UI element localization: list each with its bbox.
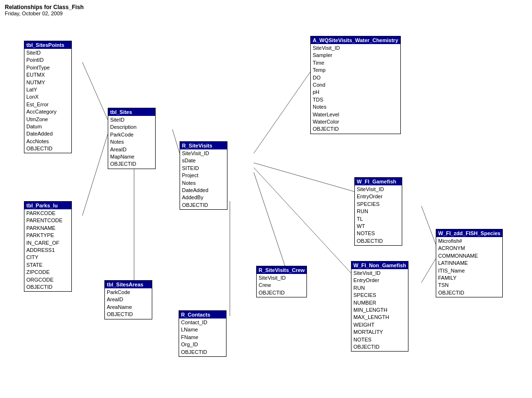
svg-line-6	[254, 168, 351, 273]
table-field: MORTALITY	[353, 329, 406, 336]
table-field: pH	[313, 89, 398, 96]
table-field: NOTES	[353, 336, 406, 343]
table-field: AreaName	[107, 304, 150, 311]
table-field: OBJECTID	[107, 311, 150, 318]
table-field: WEIGHT	[353, 321, 406, 329]
table-field: Notes	[110, 138, 153, 146]
table-header-r-contacts: R_Contacts	[179, 311, 226, 318]
table-field: FAMILY	[438, 274, 500, 282]
page-date: Friday, October 02, 2009	[5, 11, 84, 16]
table-header-r-sitevisits: R_SiteVisits	[180, 142, 227, 149]
table-field: LName	[181, 326, 224, 333]
svg-line-3	[172, 129, 180, 153]
table-field: OBJECTID	[353, 343, 406, 351]
table-field: OBJECTID	[181, 349, 224, 356]
table-field: UtmZone	[26, 116, 69, 123]
table-field: WT	[357, 223, 400, 230]
table-field: NUTMY	[26, 79, 69, 86]
page-header: Relationships for Class_Fish Friday, Oct…	[5, 4, 84, 16]
table-field: NUMBER	[353, 299, 406, 307]
table-field: LonX	[26, 93, 69, 101]
table-header-w-fi-zdd-fish-species: W_FI_zdd_FISH_Species	[436, 229, 502, 237]
svg-line-9	[421, 259, 436, 283]
svg-line-4	[254, 72, 310, 153]
table-field: ParkCode	[107, 289, 150, 296]
table-field: DO	[313, 74, 398, 81]
table-field: Description	[110, 124, 153, 131]
table-field: OBJECTID	[182, 202, 225, 209]
table-field: PARKTYPE	[26, 232, 69, 239]
table-field: WaterColor	[313, 118, 398, 125]
table-body-tbl-parks-lu: PARKCODEPARENTCODEPARKNAMEPARKTYPEIN_CAR…	[24, 209, 71, 291]
table-field: RUN	[357, 208, 400, 215]
table-field: COMMONNAME	[438, 252, 500, 260]
relationship-lines	[0, 0, 532, 398]
table-field: DateAdded	[182, 187, 225, 194]
table-body-r-sitevisits: SiteVisit_IDsDateSITEIDProjectNotesDateA…	[180, 149, 227, 209]
svg-line-5	[254, 163, 354, 192]
table-field: MIN_LENGTH	[353, 307, 406, 314]
table-field: OBJECTID	[438, 289, 500, 296]
table-field: sDate	[182, 157, 225, 164]
table-field: Time	[313, 59, 398, 67]
table-field: STATE	[26, 262, 69, 269]
page-title: Relationships for Class_Fish	[5, 4, 84, 11]
table-field: ZIPCODE	[26, 269, 69, 276]
table-field: NOTES	[357, 230, 400, 237]
table-field: MapName	[110, 153, 153, 160]
table-field: Datum	[26, 123, 69, 130]
table-tbl-parks-lu: tbl_Parks_luPARKCODEPARENTCODEPARKNAMEPA…	[24, 201, 72, 292]
table-field: ParkCode	[110, 131, 153, 138]
table-field: Notes	[182, 180, 225, 187]
table-header-tbl-parks-lu: tbl_Parks_lu	[24, 202, 71, 209]
table-field: SiteID	[26, 49, 69, 57]
svg-line-7	[254, 172, 287, 273]
table-field: Notes	[313, 103, 398, 111]
table-header-r-sitevisits-crew: R_SiteVisits_Crew	[257, 266, 306, 274]
table-field: Org_ID	[181, 341, 224, 348]
table-field: SiteID	[110, 116, 153, 124]
table-field: EntryOrder	[353, 277, 406, 284]
table-field: CITY	[26, 254, 69, 261]
table-body-w-fi-zdd-fish-species: Microfish#ACRONYMCOMMONNAMELATINNAMEITIS…	[436, 237, 502, 297]
table-field: LATINNAME	[438, 260, 500, 267]
table-body-tbl-sitesareas: ParkCodeAreaIDAreaNameOBJECTID	[105, 288, 152, 319]
table-r-sitevisits: R_SiteVisitsSiteVisit_IDsDateSITEIDProje…	[180, 141, 227, 210]
table-field: SiteVisit_ID	[313, 45, 398, 52]
table-field: Temp	[313, 67, 398, 74]
table-header-w-fi-non-gamefish: W_FI_Non_Gamefish	[351, 262, 408, 269]
table-field: Contact_ID	[181, 319, 224, 326]
table-w-fi-zdd-fish-species: W_FI_zdd_FISH_SpeciesMicrofish#ACRONYMCO…	[436, 229, 503, 297]
table-field: Sampler	[313, 52, 398, 59]
table-field: TDS	[313, 96, 398, 103]
table-body-tbl-sitespoints: SiteIDPointIDPointTypeEUTMXNUTMYLatYLonX…	[24, 49, 71, 153]
svg-line-1	[82, 134, 108, 216]
table-field: OBJECTID	[26, 145, 69, 152]
table-field: AddedBy	[182, 194, 225, 201]
table-field: SiteVisit_ID	[357, 186, 400, 193]
table-field: SiteVisit_ID	[182, 150, 225, 157]
table-field: DateAdded	[26, 130, 69, 137]
table-field: EntryOrder	[357, 193, 400, 200]
table-field: PointID	[26, 57, 69, 64]
table-body-w-fi-gamefish: SiteVisit_IDEntryOrderSPECIESRUNTLWTNOTE…	[355, 185, 402, 245]
table-field: LatY	[26, 86, 69, 93]
table-field: SPECIES	[353, 292, 406, 299]
table-body-r-contacts: Contact_IDLNameFNameOrg_IDOBJECTID	[179, 318, 226, 356]
table-r-contacts: R_ContactsContact_IDLNameFNameOrg_IDOBJE…	[179, 310, 226, 357]
table-field: ACRONYM	[438, 245, 500, 252]
table-header-a-wqsitevisits-water-chemistry: A_WQSiteVisits_Water_Chemistry	[311, 36, 400, 44]
table-header-w-fi-gamefish: W_FI_Gamefish	[355, 178, 402, 185]
table-field: OBJECTID	[26, 284, 69, 291]
table-field: OBJECTID	[357, 238, 400, 245]
table-field: SiteVisit_ID	[353, 270, 406, 277]
table-w-fi-gamefish: W_FI_GamefishSiteVisit_IDEntryOrderSPECI…	[354, 177, 402, 246]
table-r-sitevisits-crew: R_SiteVisits_CrewSiteVisit_IDCrewOBJECTI…	[256, 266, 307, 297]
table-field: AccNotes	[26, 138, 69, 145]
table-field: OBJECTID	[259, 289, 305, 296]
table-body-tbl-sites: SiteIDDescriptionParkCodeNotesAreaIDMapN…	[108, 116, 155, 169]
table-a-wqsitevisits-water-chemistry: A_WQSiteVisits_Water_ChemistrySiteVisit_…	[310, 36, 401, 134]
table-field: ADDRESS1	[26, 247, 69, 254]
table-field: TL	[357, 216, 400, 223]
table-field: OBJECTID	[110, 160, 153, 168]
